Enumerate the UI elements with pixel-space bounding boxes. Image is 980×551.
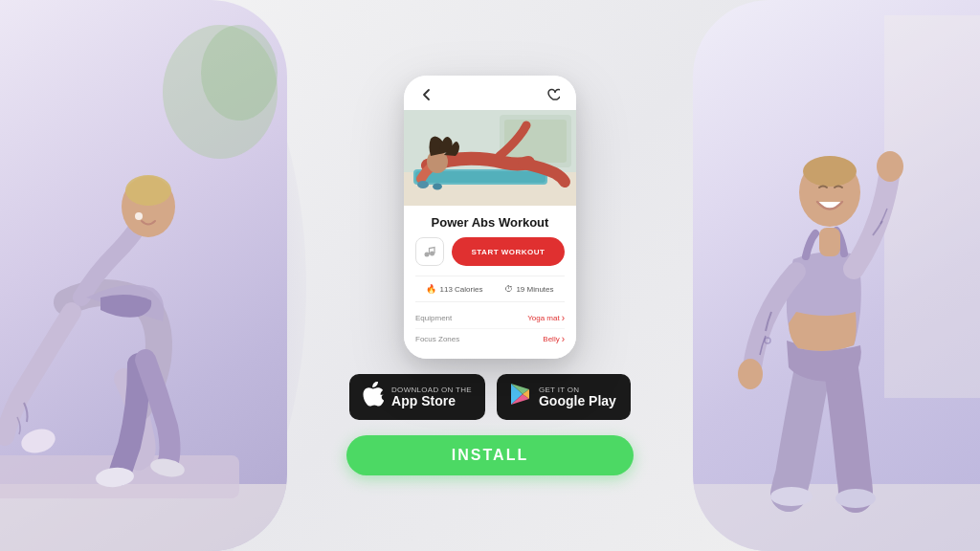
app-store-button[interactable]: Download on the App Store: [349, 374, 485, 420]
apple-icon: [363, 382, 384, 412]
person-right: [674, 0, 980, 551]
focus-value[interactable]: Belly ›: [543, 334, 565, 344]
svg-point-1: [201, 25, 278, 121]
svg-point-16: [803, 156, 857, 187]
clock-icon: ⏱: [504, 284, 513, 294]
music-button[interactable]: [415, 237, 444, 266]
time-stat: ⏱ 19 Minutes: [504, 284, 553, 294]
minutes-value: 19 Minutes: [516, 285, 553, 294]
app-store-text: Download on the App Store: [391, 386, 472, 408]
svg-rect-10: [884, 15, 980, 398]
install-button[interactable]: INSTALL: [346, 435, 634, 475]
fire-icon: 🔥: [426, 284, 436, 294]
back-button[interactable]: [417, 85, 436, 104]
person-left: [0, 0, 306, 551]
center-content: Power Abs Workout START WORKOUT 🔥: [346, 76, 634, 475]
svg-point-12: [877, 151, 903, 182]
heart-button[interactable]: [544, 85, 563, 104]
equipment-label: Equipment: [415, 314, 452, 322]
focus-arrow: ›: [562, 334, 565, 344]
svg-point-29: [433, 184, 442, 190]
equipment-row: Equipment Yoga mat ›: [415, 308, 565, 329]
arch-left: [0, 0, 287, 551]
store-buttons: Download on the App Store GET IT ON Goog…: [349, 374, 631, 420]
right-figure-svg: [693, 15, 980, 551]
phone-top-bar: [404, 76, 576, 110]
svg-point-13: [738, 359, 763, 389]
action-row: START WORKOUT: [415, 237, 565, 266]
phone-content: Power Abs Workout START WORKOUT 🔥: [404, 206, 576, 359]
svg-point-4: [19, 426, 58, 456]
google-play-button[interactable]: GET IT ON Google Play: [497, 374, 631, 420]
workout-image: [404, 110, 576, 206]
phone-mockup: Power Abs Workout START WORKOUT 🔥: [404, 76, 576, 359]
svg-point-30: [425, 253, 430, 257]
svg-rect-11: [693, 484, 980, 551]
svg-point-19: [835, 489, 876, 508]
google-play-name: Google Play: [539, 394, 616, 408]
focus-label: Focus Zones: [415, 335, 459, 343]
calories-value: 113 Calories: [439, 285, 482, 294]
google-play-text: GET IT ON Google Play: [539, 386, 616, 408]
svg-point-31: [430, 252, 434, 256]
svg-point-18: [770, 487, 813, 506]
svg-point-7: [135, 212, 143, 220]
svg-point-6: [125, 175, 171, 206]
equipment-value[interactable]: Yoga mat ›: [527, 313, 565, 323]
app-store-name: App Store: [391, 394, 472, 408]
equipment-arrow: ›: [562, 313, 565, 323]
workout-title: Power Abs Workout: [415, 215, 565, 230]
start-workout-button[interactable]: START WORKOUT: [452, 237, 565, 266]
focus-row: Focus Zones Belly ›: [415, 329, 565, 349]
google-play-icon: [510, 383, 531, 411]
calories-stat: 🔥 113 Calories: [426, 284, 482, 294]
left-figure-svg: [0, 15, 287, 551]
svg-rect-26: [415, 171, 546, 183]
svg-point-28: [417, 181, 429, 188]
stats-row: 🔥 113 Calories ⏱ 19 Minutes: [415, 276, 565, 302]
main-container: Power Abs Workout START WORKOUT 🔥: [0, 0, 980, 551]
arch-right: [693, 0, 980, 551]
svg-rect-14: [819, 228, 840, 256]
